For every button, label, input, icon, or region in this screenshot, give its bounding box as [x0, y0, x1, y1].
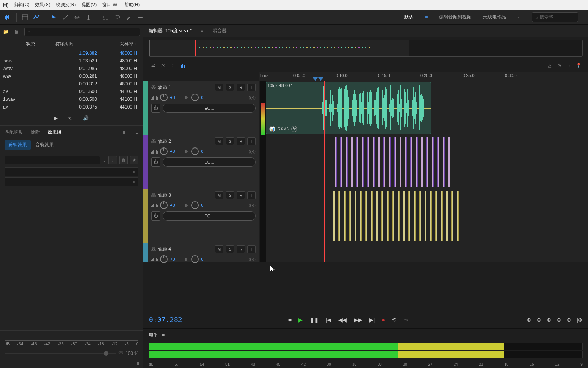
waveform-view-icon[interactable] — [2, 12, 13, 23]
file-row[interactable]: 1:09.88248000 H — [0, 49, 143, 57]
track-name[interactable]: 轨道 2 — [158, 138, 213, 145]
file-row[interactable]: av0:00.37544100 H — [0, 103, 143, 111]
track-name[interactable]: 轨道 1 — [158, 84, 213, 91]
zoom-out-icon[interactable]: ⊖ — [536, 317, 541, 323]
heal-tool-icon[interactable] — [135, 12, 146, 23]
rewind-button[interactable]: ◀◀ — [338, 317, 347, 323]
tab-diagnostics[interactable]: 诊断 — [31, 129, 40, 135]
input-monitor-button[interactable]: I — [247, 84, 256, 91]
loop-button[interactable]: ⟲ — [392, 317, 396, 323]
zoom-out-v-icon[interactable]: ⊖ — [556, 317, 561, 323]
zoom-in-icon[interactable]: ⊕ — [526, 317, 531, 323]
arm-button[interactable]: R — [237, 245, 245, 253]
effect-slot-1[interactable]: ▸ — [5, 167, 138, 176]
volume-knob[interactable] — [160, 94, 168, 101]
file-row[interactable]: .wav1:03.52948000 H — [0, 57, 143, 65]
lasso-tool-icon[interactable] — [112, 12, 123, 23]
timeline-ruler[interactable]: hms 0:05.0 0:10.0 0:15.0 0:20.0 0:25.0 0… — [259, 72, 588, 81]
pitch-view-icon[interactable] — [31, 12, 42, 23]
zoom-fit-icon[interactable]: ⊙ — [566, 317, 571, 323]
zoom-sel-icon[interactable]: |⊕ — [576, 317, 583, 323]
playhead[interactable] — [324, 135, 325, 189]
track-content[interactable] — [266, 243, 588, 262]
mute-button[interactable]: M — [215, 84, 223, 91]
save-preset-icon[interactable]: ↓ — [108, 156, 117, 164]
skip-button[interactable]: ⤼ — [403, 317, 408, 323]
spectral-view-icon[interactable] — [20, 12, 30, 23]
input-monitor-button[interactable]: I — [247, 245, 256, 253]
file-row[interactable]: wav0:00.26148000 H — [0, 72, 143, 80]
record-button[interactable]: ● — [381, 317, 385, 323]
panel-more-icon[interactable]: » — [136, 130, 138, 135]
solo-button[interactable]: S — [226, 191, 234, 199]
mini-loop-icon[interactable]: ⟲ — [68, 115, 72, 121]
track-name[interactable]: 轨道 4 — [158, 246, 213, 253]
workspace-menu-icon[interactable]: ≡ — [425, 15, 428, 20]
tab-match-loudness[interactable]: 匹配响度 — [5, 129, 23, 135]
volume-knob[interactable] — [160, 255, 168, 263]
send-icon[interactable]: ⤴ — [169, 61, 177, 70]
forward-button[interactable]: ▶▶ — [354, 317, 362, 323]
play-button[interactable]: ▶ — [298, 317, 303, 323]
panel-drag-icon[interactable]: ≡ — [137, 361, 139, 366]
file-row[interactable]: av0:01.50044100 H — [0, 88, 143, 95]
file-row[interactable]: 1.wav0:00.50044100 H — [0, 95, 143, 103]
subtab-track-effects[interactable]: 音轨效果 — [32, 140, 58, 150]
slip-tool-icon[interactable] — [72, 12, 82, 23]
pan-knob[interactable] — [191, 201, 199, 209]
volume-knob[interactable] — [160, 201, 168, 209]
pan-knob[interactable] — [191, 147, 199, 155]
timecode-display[interactable]: 0:07.282 — [149, 316, 182, 324]
col-status[interactable]: 状态 — [3, 41, 38, 47]
brush-tool-icon[interactable] — [123, 12, 134, 23]
track-content[interactable] — [266, 135, 588, 189]
menu-effects[interactable]: 效果(S) — [35, 2, 50, 8]
track-content[interactable]: 105度 48000 1 📊 5.6 dB fx — [266, 81, 588, 135]
shuffle-icon[interactable]: ⇄ — [149, 61, 157, 70]
mute-button[interactable]: M — [215, 137, 223, 145]
eq-button[interactable]: EQ... — [163, 104, 256, 113]
overview-region[interactable] — [149, 40, 409, 56]
pan-knob[interactable] — [191, 94, 199, 101]
file-row[interactable]: .wav0:01.98548000 H — [0, 65, 143, 72]
workspace-edit-audio[interactable]: 编辑音频到视频 — [439, 14, 471, 20]
workspace-default[interactable]: 默认 — [404, 14, 413, 20]
preset-dropdown[interactable] — [5, 156, 100, 164]
tab-effects-rack[interactable]: 效果组 — [48, 129, 62, 135]
metronome-icon[interactable]: △ — [545, 61, 554, 70]
next-button[interactable]: ▶| — [369, 317, 375, 323]
playhead[interactable] — [324, 189, 325, 243]
razor-tool-icon[interactable] — [60, 12, 71, 23]
files-search-input[interactable]: ⌕ — [24, 28, 140, 36]
workspace-radio[interactable]: 无线电作品 — [483, 14, 506, 20]
eq-button[interactable]: EQ... — [163, 211, 256, 221]
time-tool-icon[interactable] — [83, 12, 94, 23]
pause-button[interactable]: ❚❚ — [310, 317, 319, 323]
volume-knob[interactable] — [160, 147, 168, 155]
solo-button[interactable]: S — [226, 245, 234, 253]
solo-button[interactable]: S — [226, 137, 234, 145]
snap-icon[interactable]: ⊙ — [555, 61, 563, 70]
marquee-tool-icon[interactable] — [100, 12, 111, 23]
overview-navigator[interactable] — [149, 40, 583, 57]
playhead[interactable] — [324, 243, 325, 262]
editor-tab-menu-icon[interactable]: ≡ — [201, 28, 203, 34]
track-name[interactable]: 轨道 3 — [158, 192, 213, 199]
import-icon[interactable]: 📁 — [3, 29, 9, 35]
menu-window[interactable]: 窗口(W) — [102, 2, 118, 8]
menu-help[interactable]: 帮助(H) — [124, 2, 140, 8]
delete-preset-icon[interactable]: 🗑 — [119, 156, 128, 164]
panel-menu-icon[interactable]: ≡ — [122, 130, 125, 135]
col-duration[interactable]: 持续时间 — [38, 41, 77, 47]
subtab-clip-effects[interactable]: 剪辑效果 — [5, 140, 31, 150]
pan-knob[interactable] — [191, 255, 199, 263]
mute-button[interactable]: M — [215, 191, 223, 199]
menu-m[interactable]: M) — [3, 2, 8, 8]
wet-slider[interactable] — [5, 353, 116, 354]
delete-icon[interactable]: 🗑 — [14, 29, 19, 35]
zoom-in-v-icon[interactable]: ⊕ — [546, 317, 551, 323]
track-power-button[interactable]: ⏻ — [151, 104, 160, 113]
arm-button[interactable]: R — [237, 84, 245, 91]
favorite-icon[interactable]: ★ — [130, 156, 138, 164]
track-content[interactable] — [266, 189, 588, 243]
